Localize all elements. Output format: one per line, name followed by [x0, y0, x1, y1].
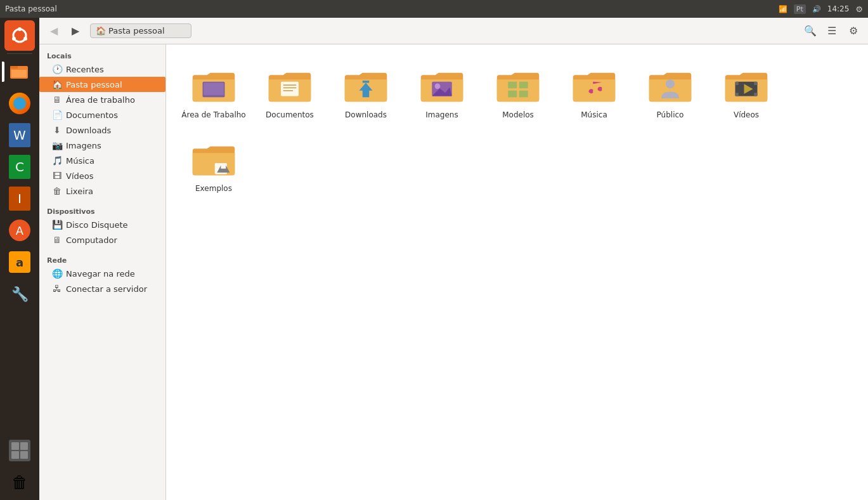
home-icon: 🏠 — [96, 26, 106, 36]
svg-rect-13 — [283, 89, 294, 91]
titlebar-right: 📶 Pt 🔊 14:25 ⚙ — [779, 4, 863, 14]
svg-rect-27 — [735, 93, 739, 96]
file-item-publico[interactable]: Público — [635, 57, 705, 124]
folder-icon-imagens — [419, 62, 465, 108]
settings-icon[interactable]: ⚙ — [855, 4, 863, 14]
systemtools-icon: 🔧 — [9, 283, 30, 305]
sidebar-item-conectar-a-servidor[interactable]: 🖧 Conectar a servidor — [39, 281, 165, 296]
sidebar-label-lixeira: Lixeira — [66, 187, 93, 196]
launcher-item-ubuntu[interactable] — [4, 20, 35, 51]
sidebar-item-videos[interactable]: 🎞 Vídeos — [39, 168, 165, 183]
area-trabalho-icon: 🖥 — [52, 95, 62, 105]
file-item-imagens[interactable]: Imagens — [407, 57, 477, 124]
content: Locais 🕐 Recentes 🏠 Pasta pessoal 🖥 Área… — [39, 44, 868, 500]
svg-rect-6 — [10, 66, 18, 69]
svg-point-4 — [12, 37, 16, 41]
recentes-icon: 🕐 — [52, 64, 62, 74]
launcher-item-calc[interactable]: C — [4, 152, 35, 182]
sidebar-item-computador[interactable]: 🖥 Computador — [39, 232, 165, 247]
svg-rect-22 — [519, 90, 528, 97]
network-icon: 📶 — [779, 5, 787, 13]
file-item-documentos[interactable]: Documentos — [255, 57, 325, 124]
sidebar-item-downloads[interactable]: ⬇ Downloads — [39, 122, 165, 138]
sidebar-item-pasta-pessoal[interactable]: 🏠 Pasta pessoal — [39, 77, 165, 92]
navegar-icon: 🌐 — [52, 268, 62, 279]
folder-icon-exemplos — [191, 136, 236, 181]
launcher-item-files[interactable] — [4, 56, 35, 87]
svg-rect-10 — [281, 81, 299, 96]
file-label-imagens: Imagens — [425, 110, 458, 119]
launcher-item-writer[interactable]: W — [4, 120, 35, 150]
svg-rect-12 — [283, 87, 297, 88]
pasta-pessoal-icon: 🏠 — [52, 79, 62, 89]
launcher-item-amazon[interactable]: a — [4, 247, 35, 277]
lixeira-icon: 🗑 — [52, 186, 62, 196]
ubuntu-icon — [10, 26, 29, 45]
launcher-item-trash[interactable]: 🗑 — [4, 467, 35, 497]
filemanager: ◀ ▶ 🏠 Pasta pessoal 🔍 ☰ ⚙ — [39, 18, 868, 500]
impress-icon: I — [9, 187, 30, 211]
workspace-icon — [9, 440, 30, 461]
sidebar-label-documentos: Documentos — [66, 110, 118, 120]
downloads-icon: ⬇ — [52, 125, 62, 135]
launcher-item-impress[interactable]: I — [4, 183, 35, 214]
pt-badge: Pt — [794, 4, 806, 14]
forward-button[interactable]: ▶ — [66, 22, 85, 41]
launcher-item-workspace[interactable] — [4, 435, 35, 466]
documentos-icon: 📄 — [52, 110, 62, 120]
file-item-area-de-trabalho[interactable]: Área de Trabalho — [179, 57, 249, 124]
sidebar-label-conectar: Conectar a servidor — [66, 284, 147, 294]
sidebar-section-dispositivos: Dispositivos — [39, 204, 165, 217]
sidebar-item-documentos[interactable]: 📄 Documentos — [39, 107, 165, 122]
svg-point-23 — [666, 79, 675, 88]
folder-icon-downloads — [343, 62, 389, 108]
svg-rect-19 — [508, 81, 517, 88]
settings-button[interactable]: ⚙ — [844, 22, 863, 41]
folder-icon-videos — [723, 62, 769, 108]
back-icon: ◀ — [50, 25, 58, 37]
menu-button[interactable]: ☰ — [822, 22, 841, 41]
svg-rect-25 — [735, 81, 739, 84]
sidebar-item-lixeira[interactable]: 🗑 Lixeira — [39, 183, 165, 199]
titlebar: Pasta pessoal 📶 Pt 🔊 14:25 ⚙ — [0, 0, 868, 18]
gear-icon: ⚙ — [849, 25, 858, 37]
file-item-videos[interactable]: Vídeos — [711, 57, 781, 124]
file-label-modelos: Modelos — [502, 110, 534, 119]
search-button[interactable]: 🔍 — [801, 22, 820, 41]
launcher-item-apturl[interactable]: A — [4, 215, 35, 246]
writer-icon: W — [9, 123, 30, 147]
file-item-exemplos[interactable]: Exemplos — [179, 131, 249, 198]
launcher-item-systemtools[interactable]: 🔧 — [4, 279, 35, 309]
file-label-downloads: Downloads — [345, 110, 387, 119]
file-item-modelos[interactable]: Modelos — [483, 57, 553, 124]
svg-point-17 — [435, 83, 441, 89]
file-grid: Área de Trabalho — [179, 57, 855, 198]
sidebar-label-pasta-pessoal: Pasta pessoal — [66, 80, 122, 89]
sidebar-section-rede: Rede — [39, 253, 165, 266]
sidebar-item-area-de-trabalho[interactable]: 🖥 Área de trabalho — [39, 92, 165, 107]
back-button[interactable]: ◀ — [44, 22, 63, 41]
sidebar-item-navegar-na-rede[interactable]: 🌐 Navegar na rede — [39, 266, 165, 281]
trash-icon: 🗑 — [9, 471, 30, 493]
sidebar-item-imagens[interactable]: 📷 Imagens — [39, 138, 165, 153]
location-text: Pasta pessoal — [108, 26, 165, 36]
file-label-musica: Música — [581, 110, 607, 119]
files-icon — [9, 61, 30, 82]
location-bar[interactable]: 🏠 Pasta pessoal — [90, 23, 191, 38]
launcher-item-firefox[interactable] — [4, 88, 35, 119]
conectar-icon: 🖧 — [52, 284, 62, 294]
folder-icon-musica — [571, 62, 617, 108]
sidebar-item-disco-disquete[interactable]: 💾 Disco Disquete — [39, 217, 165, 232]
folder-icon-modelos — [495, 62, 541, 108]
sidebar-item-musica[interactable]: 🎵 Música — [39, 153, 165, 168]
file-item-musica[interactable]: Música — [559, 57, 629, 124]
clock: 14:25 — [827, 4, 850, 13]
amazon-icon: a — [9, 251, 30, 273]
file-label-area-de-trabalho: Área de Trabalho — [181, 110, 245, 119]
file-item-downloads[interactable]: Downloads — [331, 57, 401, 124]
sidebar-item-recentes[interactable]: 🕐 Recentes — [39, 62, 165, 77]
calc-icon: C — [9, 155, 30, 179]
forward-icon: ▶ — [72, 25, 79, 37]
menu-icon: ☰ — [827, 25, 836, 37]
folder-icon-area-de-trabalho — [191, 62, 236, 108]
